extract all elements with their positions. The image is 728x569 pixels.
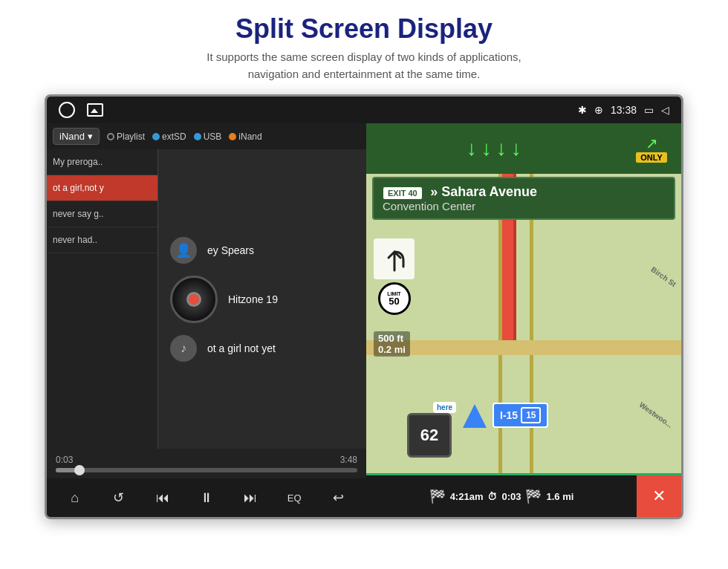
turn-arrow-svg	[380, 244, 409, 274]
playlist-area: My preroga.. ot a girl,not y never say g…	[47, 149, 366, 449]
playlist-item-2[interactable]: never say g..	[47, 201, 157, 227]
track-name: ot a girl not yet	[207, 342, 276, 354]
play-pause-button[interactable]: ⏸	[193, 484, 220, 511]
map-road-horizontal	[366, 340, 681, 355]
source-dropdown[interactable]: iNand ▾	[53, 128, 100, 145]
nav-arrow-2: ↓	[481, 137, 492, 160]
progress-area: 0:03 3:48	[47, 449, 366, 478]
track-info: 👤 ey Spears Hitzone 19 ♪	[170, 237, 354, 362]
playlist-sidebar: My preroga.. ot a girl,not y never say g…	[47, 149, 158, 449]
device-frame: ✱ ⊕ 13:38 ▭ ◁ iNand ▾ Playlist	[45, 94, 683, 519]
playlist-item-3[interactable]: never had..	[47, 227, 157, 253]
distance-text: 500 ft 0.2 mi	[374, 331, 410, 357]
dist-500ft: 500 ft	[378, 333, 406, 344]
progress-thumb[interactable]	[74, 465, 85, 475]
artist-row: 👤 ey Spears	[170, 237, 354, 264]
total-time: 3:48	[340, 455, 357, 465]
playlist-item-1[interactable]: ot a girl,not y	[47, 175, 157, 201]
location-icon: ⊕	[594, 104, 603, 116]
nav-panel: Birch St Westwoo... ↓ ↓ ↓ ↓ ↗ ONLY EXIT …	[366, 123, 681, 517]
repeat-button[interactable]: ↺	[105, 484, 132, 511]
image-icon	[87, 103, 103, 117]
speed-indicator: 62	[407, 413, 452, 458]
source-extsd[interactable]: extSD	[152, 131, 186, 142]
album-row: Hitzone 19	[170, 276, 354, 323]
source-inand[interactable]: iNand	[229, 131, 261, 142]
exit-sign: EXIT 40 » Sahara Avenue Convention Cente…	[372, 177, 675, 220]
music-icon: ♪	[170, 335, 197, 362]
bluetooth-icon: ✱	[578, 104, 587, 116]
speed-value: 62	[420, 426, 438, 445]
nav-arrow-4: ↓	[511, 137, 521, 160]
inand-label: iNand	[238, 131, 261, 142]
nav-vehicle-arrow	[463, 404, 487, 428]
nav-arrows-section: ↓ ↓ ↓ ↓	[366, 123, 622, 174]
source-bar: iNand ▾ Playlist extSD USB	[47, 123, 366, 149]
flag-end: 🏁	[525, 488, 542, 504]
track-row: ♪ ot a girl not yet	[170, 335, 354, 362]
exit-street: » Sahara Avenue	[430, 184, 537, 199]
dist-0.2mi: 0.2 mi	[378, 344, 406, 355]
eta-clock-icon: ⏱	[487, 491, 497, 502]
here-logo: here	[433, 402, 456, 413]
status-bar: ✱ ⊕ 13:38 ▭ ◁	[47, 97, 681, 123]
split-area: iNand ▾ Playlist extSD USB	[47, 123, 681, 517]
artist-name: ey Spears	[207, 244, 254, 256]
source-selected-label: iNand	[59, 131, 85, 142]
nav-arrow-1: ↓	[467, 137, 477, 160]
highway-name: I-15	[500, 409, 518, 421]
nav-close-button[interactable]: ✕	[637, 475, 681, 517]
page-title: Split Screen Display	[0, 0, 728, 49]
highway-sign: I-15 15	[493, 403, 548, 428]
playlist-radio	[107, 133, 114, 140]
progress-bar[interactable]	[56, 468, 357, 472]
controls-bar: ⌂ ↺ ⏮ ⏸ ⏭ EQ ↩	[47, 478, 366, 517]
only-text: ONLY	[636, 152, 667, 163]
nav-bottom-bar: 🏁 4:21am ⏱ 0:03 🏁 1.6 mi ✕	[366, 475, 681, 517]
exit-label: EXIT 40	[383, 186, 423, 200]
eta-time: 4:21am	[450, 491, 484, 502]
exit-sign-line1: EXIT 40 » Sahara Avenue	[383, 184, 665, 200]
screen-icon: ▭	[644, 104, 654, 116]
circle-icon	[59, 102, 75, 118]
flag-start: 🏁	[429, 488, 446, 504]
playlist-label: Playlist	[117, 131, 145, 142]
usb-radio	[194, 133, 201, 140]
status-bar-right: ✱ ⊕ 13:38 ▭ ◁	[578, 104, 669, 116]
vinyl-icon	[170, 276, 218, 323]
playlist-item-0[interactable]: My preroga..	[47, 149, 157, 175]
nav-only-box: ↗ ONLY	[622, 123, 681, 174]
nav-arrow-3: ↓	[496, 137, 507, 160]
source-usb[interactable]: USB	[194, 131, 222, 142]
extsd-label: extSD	[162, 131, 186, 142]
person-icon: 👤	[170, 237, 197, 264]
album-name: Hitzone 19	[228, 293, 278, 305]
back-button[interactable]: ↩	[325, 484, 351, 511]
status-time: 13:38	[611, 104, 637, 116]
source-options: Playlist extSD USB iNand	[107, 131, 262, 142]
eq-button[interactable]: EQ	[281, 484, 308, 511]
dropdown-chevron: ▾	[88, 131, 93, 142]
inand-radio	[229, 133, 236, 140]
music-panel: iNand ▾ Playlist extSD USB	[47, 123, 366, 517]
person-symbol: 👤	[175, 242, 192, 259]
usb-label: USB	[204, 131, 222, 142]
home-button[interactable]: ⌂	[62, 484, 88, 511]
page-subtitle: It supports the same screen display of t…	[0, 49, 728, 94]
eta-duration: 0:03	[501, 491, 521, 502]
next-button[interactable]: ⏭	[237, 484, 264, 511]
status-bar-left	[59, 102, 103, 118]
highway-shield: 15	[521, 407, 541, 423]
elapsed-time: 0:03	[56, 455, 73, 465]
eta-distance: 1.6 mi	[546, 491, 573, 502]
speed-limit-sign: LIMIT 50	[378, 282, 411, 315]
source-playlist[interactable]: Playlist	[107, 131, 145, 142]
only-arrow: ↗	[646, 134, 658, 152]
progress-times: 0:03 3:48	[56, 455, 357, 465]
music-symbol: ♪	[181, 342, 186, 355]
nav-top-banner: ↓ ↓ ↓ ↓ ↗ ONLY	[366, 123, 681, 174]
turn-icon-box	[374, 238, 415, 279]
back-icon: ◁	[661, 104, 669, 116]
turn-icons: LIMIT 50 here	[374, 238, 415, 315]
prev-button[interactable]: ⏮	[149, 484, 176, 511]
